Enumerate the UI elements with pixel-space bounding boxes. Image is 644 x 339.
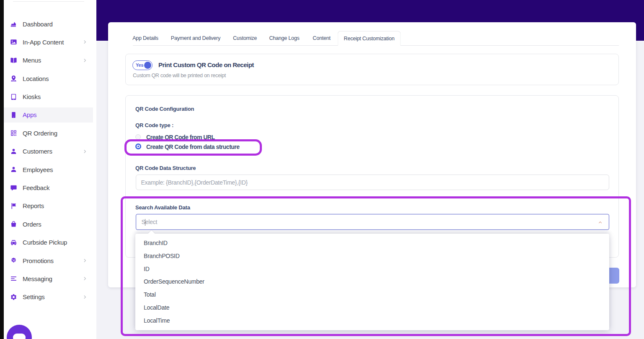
sidebar-item-icon	[10, 239, 17, 246]
sidebar-item[interactable]: QR Ordering	[4, 125, 93, 141]
print-qr-toggle[interactable]: Yes	[132, 60, 153, 70]
toggle-knob	[144, 62, 151, 69]
sidebar-item-label: Reports	[23, 202, 44, 209]
radio-data-structure[interactable]	[135, 143, 141, 149]
data-structure-label: QR Code Data Structure	[135, 165, 196, 171]
dropdown-option[interactable]: LocalDate	[135, 301, 609, 314]
sidebar-item-icon	[10, 57, 17, 64]
dropdown-option[interactable]: BranchID	[135, 237, 609, 250]
window-edge	[0, 0, 4, 339]
toggle-card-title: Print Custom QR Code on Receipt	[158, 61, 254, 68]
sidebar-item[interactable]: Apps	[4, 107, 93, 123]
sidebar-item-label: Dashboard	[23, 21, 53, 28]
radio-url[interactable]	[135, 134, 141, 140]
sidebar-item-label: Orders	[23, 221, 41, 228]
tab[interactable]: Customize	[233, 31, 257, 45]
sidebar-item[interactable]: Promotions	[4, 253, 93, 268]
sidebar-item[interactable]: Reports	[4, 198, 93, 214]
toggle-state-label: Yes	[136, 61, 143, 69]
chevron-right-icon	[83, 258, 87, 263]
sidebar-item-label: Curbside Pickup	[23, 239, 67, 246]
sidebar-item-label: In-App Content	[23, 39, 64, 46]
sidebar-item-icon	[10, 75, 17, 82]
sidebar-item-label: Settings	[23, 293, 45, 300]
sidebar-item[interactable]: Settings	[4, 289, 93, 305]
sidebar: Dashboard In-App Content Menus Locations	[4, 0, 96, 339]
tab[interactable]: Change Logs	[269, 31, 299, 45]
sidebar-item-label: Feedback	[23, 184, 49, 191]
tabbar: App DetailsPayment and DeliveryCustomize…	[108, 31, 636, 46]
radio-data-structure-label: Create QR Code from data structure	[146, 143, 240, 150]
sidebar-item-icon	[10, 221, 17, 228]
sidebar-item[interactable]: Kiosks	[4, 89, 93, 104]
sidebar-item-icon	[10, 257, 17, 264]
sidebar-item[interactable]: Employees	[4, 162, 93, 177]
data-structure-input[interactable]: Example: {BranchID},{OrderDateTime},{ID}	[136, 175, 610, 190]
sidebar-item-icon	[10, 21, 17, 28]
chevron-right-icon	[83, 40, 87, 44]
print-qr-toggle-card: Yes Print Custom QR Code on Receipt Cust…	[125, 54, 619, 85]
sidebar-item-icon	[10, 148, 17, 155]
sidebar-item[interactable]: Messaging	[4, 271, 93, 286]
select-placeholder: Select	[142, 219, 158, 225]
sidebar-item[interactable]: Curbside Pickup	[4, 235, 93, 250]
dropdown-option[interactable]: OrderSequenceNumber	[135, 275, 609, 288]
tab[interactable]: App Details	[132, 31, 158, 45]
chevron-right-icon	[83, 276, 87, 281]
qr-config-heading: QR Code Configuration	[135, 106, 194, 112]
sidebar-item-icon	[10, 275, 17, 282]
search-data-dropdown: BranchIDBranchPOSIDIDOrderSequenceNumber…	[135, 234, 609, 330]
tab[interactable]: Payment and Delivery	[171, 31, 220, 45]
data-structure-placeholder: Example: {BranchID},{OrderDateTime},{ID}	[141, 179, 248, 186]
chevron-right-icon	[83, 149, 87, 154]
text-caret	[145, 219, 145, 226]
chevron-right-icon	[83, 58, 87, 63]
sidebar-item-icon	[10, 111, 17, 118]
sidebar-top-divider	[13, 1, 84, 2]
tab[interactable]: Content	[313, 31, 330, 45]
sidebar-item-label: Customers	[23, 148, 52, 155]
sidebar-item-label: Employees	[23, 166, 53, 173]
sidebar-item[interactable]: Customers	[4, 144, 93, 159]
sidebar-item[interactable]: Locations	[4, 71, 93, 86]
sidebar-item-icon	[10, 166, 17, 173]
sidebar-nav: Dashboard In-App Content Menus Locations	[4, 16, 96, 308]
sidebar-item-icon	[10, 93, 17, 100]
radio-url-label: Create QR Code from URL	[146, 134, 215, 141]
sidebar-item[interactable]: In-App Content	[4, 34, 93, 50]
sidebar-item-icon	[10, 39, 17, 46]
sidebar-item[interactable]: Menus	[4, 53, 93, 68]
dropdown-option[interactable]: LocalTime	[135, 314, 609, 327]
tab[interactable]: Receipt Customization	[338, 31, 401, 46]
qr-config-card: QR Code Configuration QR Code type : Cre…	[125, 95, 619, 258]
sidebar-item-label: Messaging	[23, 275, 52, 282]
sidebar-item-label: Menus	[23, 57, 41, 64]
chevron-right-icon	[83, 295, 87, 299]
dropdown-option[interactable]: Total	[135, 288, 609, 301]
sidebar-item[interactable]: Dashboard	[4, 16, 93, 31]
dropdown-option[interactable]: ID	[135, 263, 609, 276]
toggle-card-subtitle: Custom QR code will be printed on receip…	[133, 73, 226, 78]
sidebar-item[interactable]: Orders	[4, 216, 93, 232]
sidebar-item-label: QR Ordering	[23, 130, 57, 137]
dropdown-option[interactable]: BranchPOSID	[135, 250, 609, 263]
sidebar-item[interactable]: Feedback	[4, 180, 93, 196]
chevron-up-icon	[597, 220, 603, 224]
sidebar-item-label: Locations	[23, 75, 49, 82]
app-screen: Dashboard In-App Content Menus Locations	[0, 0, 644, 339]
sidebar-item-label: Kiosks	[23, 93, 41, 100]
sidebar-item-label: Promotions	[23, 257, 54, 264]
sidebar-item-label: Apps	[23, 111, 36, 118]
chat-bubble-icon	[13, 334, 26, 339]
sidebar-item-icon	[10, 202, 17, 209]
search-available-data-label: Search Available Data	[135, 204, 190, 211]
sidebar-item-icon	[10, 130, 17, 137]
sidebar-item-icon	[10, 184, 17, 191]
qr-type-label: QR Code type :	[135, 122, 173, 128]
search-data-select[interactable]: Select	[136, 214, 610, 230]
sidebar-item-icon	[10, 293, 17, 300]
